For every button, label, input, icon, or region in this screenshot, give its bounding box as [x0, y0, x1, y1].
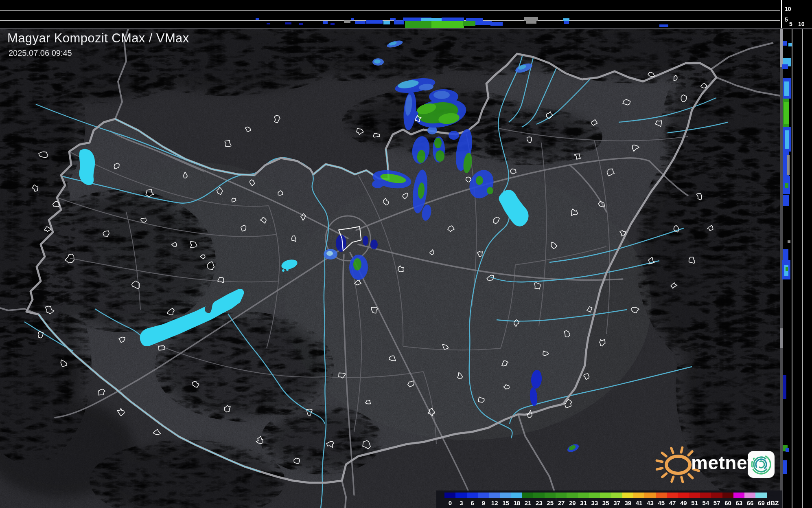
- legend-cell: [589, 493, 600, 498]
- legend-tick-label: 3: [455, 499, 467, 506]
- legend-cell: [711, 493, 722, 498]
- timestamp: 2025.07.06 09:45: [9, 48, 72, 58]
- profile-echo: [785, 183, 788, 188]
- legend-cell: [678, 493, 689, 498]
- legend-cell: [733, 493, 745, 498]
- legend-cell: [722, 493, 734, 498]
- legend-cell: [522, 493, 534, 498]
- legend-cell: [744, 493, 756, 498]
- profile-echo: [323, 21, 328, 24]
- legend-cell: [556, 493, 567, 498]
- profile-echo: [783, 41, 787, 46]
- legend-cell: [545, 493, 556, 498]
- legend-tick-label: 47: [667, 499, 678, 506]
- legend-tick-label: 23: [533, 499, 545, 506]
- legend-tick-label: 49: [678, 499, 689, 506]
- legend-cell: [511, 493, 523, 498]
- sun-ray: [657, 461, 663, 462]
- legend-tick-label: 12: [489, 499, 500, 506]
- legend-cell: [444, 493, 456, 498]
- top-axis-label-10km: 10: [785, 6, 791, 12]
- legend-tick-label: 18: [511, 499, 523, 506]
- map-layer: [0, 18, 812, 508]
- profile-echo: [784, 81, 789, 96]
- profile-echo: [785, 130, 789, 149]
- profile-echo: [466, 18, 483, 21]
- right-separator-light-segment: [780, 29, 783, 67]
- profile-echo: [285, 22, 291, 24]
- profile-echo: [421, 18, 442, 21]
- right-separator-light-segment: [780, 328, 783, 348]
- profile-echo: [564, 21, 569, 24]
- legend-tick-label: 29: [567, 499, 578, 506]
- legend-tick-label: 54: [700, 499, 711, 506]
- legend-cell: [633, 493, 645, 498]
- legend-cell: [622, 493, 634, 498]
- radar-echo: [433, 91, 450, 99]
- profile-echo: [390, 18, 396, 20]
- top-axis-label-5km: 5: [785, 16, 788, 23]
- radar-composite-view: Magyar Kompozit CMax / VMax 2025.07.06 0…: [0, 0, 812, 508]
- profile-echo: [786, 448, 789, 452]
- legend-cell: [667, 493, 678, 498]
- legend-tick-label: 33: [589, 499, 600, 506]
- sun-ray: [657, 468, 663, 469]
- profile-echo: [366, 20, 383, 24]
- profile-echo: [563, 18, 569, 21]
- metnet-wordmark: metnet: [691, 452, 754, 474]
- legend-tick-label: 60: [722, 499, 734, 506]
- right-axis-label-10km: 10: [798, 21, 805, 27]
- sun-ray: [672, 477, 673, 482]
- radar-echo: [476, 176, 483, 185]
- legend-tick-label: 39: [622, 499, 634, 506]
- legend-tick-label: 57: [711, 499, 722, 506]
- legend-cell: [644, 493, 656, 498]
- profile-echo: [783, 460, 787, 474]
- radar-echo: [436, 150, 444, 162]
- profile-echo: [394, 20, 404, 24]
- lake-ferto: [79, 149, 95, 185]
- legend-tick-label: 43: [644, 499, 656, 506]
- radar-echo: [372, 180, 383, 188]
- profile-echo: [355, 21, 366, 24]
- profile-echo: [788, 43, 792, 46]
- radar-echo: [326, 251, 333, 256]
- profile-echo: [344, 20, 350, 23]
- legend-cell: [689, 493, 700, 498]
- profile-echo: [787, 155, 790, 175]
- profile-echo: [405, 21, 433, 28]
- legend-tick-label: 51: [689, 499, 700, 506]
- profile-echo: [784, 102, 789, 124]
- profile-echo: [267, 23, 270, 24]
- legend-cell: [500, 493, 512, 498]
- legend-cell: [455, 493, 467, 498]
- legend-unit-label: dBZ: [767, 499, 785, 506]
- radar-echo: [353, 258, 361, 270]
- legend-cell: [611, 493, 623, 498]
- page-title: Magyar Kompozit CMax / VMax: [7, 31, 189, 46]
- legend-tick-label: 37: [611, 499, 623, 506]
- profile-echo: [490, 22, 503, 26]
- profile-echo: [299, 23, 303, 25]
- right-profile-panel: [780, 29, 812, 508]
- profile-echo: [256, 18, 259, 20]
- legend-tick-label: 69: [755, 499, 767, 506]
- sun-ray: [671, 448, 673, 453]
- legend-tick-label: 25: [545, 499, 556, 506]
- legend-cell: [489, 493, 500, 498]
- sun-ray: [681, 448, 683, 453]
- radar-echo: [370, 240, 378, 249]
- legend-cell: [755, 493, 767, 498]
- legend-tick-label: 31: [578, 499, 589, 506]
- profile-echo: [442, 18, 464, 21]
- legend-tick-label: 9: [478, 499, 489, 506]
- legend-cell: [600, 493, 611, 498]
- legend-tick-label: 35: [600, 499, 611, 506]
- top-profile-panel: [0, 0, 781, 29]
- right-axis-label-5km: 5: [789, 21, 792, 27]
- legend-cell: [533, 493, 545, 498]
- profile-echo: [475, 21, 492, 25]
- radar-echo: [363, 236, 368, 246]
- sun-ray: [681, 477, 683, 482]
- profile-echo: [330, 23, 335, 25]
